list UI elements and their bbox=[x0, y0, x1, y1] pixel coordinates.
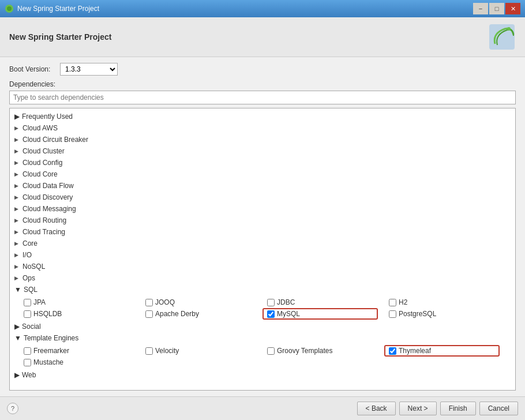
cloud-aws-label: Cloud AWS bbox=[22, 124, 58, 132]
groovy-templates-label: Groovy Templates bbox=[277, 347, 333, 355]
jooq-checkbox[interactable] bbox=[145, 299, 153, 306]
sql-grid: JPA JOOQ JDBC H2 bbox=[10, 295, 515, 321]
web-label: Web bbox=[22, 371, 36, 379]
sidebar-item-cloud-cluster[interactable]: ▶ Cloud Cluster bbox=[10, 145, 515, 157]
jdbc-checkbox[interactable] bbox=[267, 299, 275, 306]
cloud-tracing-arrow: ▶ bbox=[14, 229, 20, 235]
groovy-templates-checkbox[interactable] bbox=[267, 347, 275, 355]
jpa-checkbox[interactable] bbox=[24, 299, 31, 306]
apache-derby-checkbox[interactable] bbox=[145, 310, 153, 318]
velocity-checkbox[interactable] bbox=[145, 347, 153, 355]
hsqldb-checkbox[interactable] bbox=[24, 310, 31, 318]
mysql-checkbox[interactable] bbox=[267, 310, 275, 318]
cloud-core-arrow: ▶ bbox=[14, 171, 20, 177]
io-label: I/O bbox=[22, 251, 32, 259]
app-icon bbox=[5, 4, 14, 13]
sql-label: SQL bbox=[24, 286, 38, 294]
sidebar-item-cloud-routing[interactable]: ▶ Cloud Routing bbox=[10, 215, 515, 226]
web-arrow: ▶ bbox=[14, 371, 20, 379]
jdbc-label: JDBC bbox=[277, 298, 295, 306]
next-button[interactable]: Next > bbox=[399, 402, 437, 415]
thymeleaf-checkbox[interactable] bbox=[389, 347, 396, 355]
boot-version-select[interactable]: 1.3.3 bbox=[60, 63, 118, 76]
postgresql-checkbox[interactable] bbox=[389, 310, 396, 318]
svg-point-1 bbox=[7, 6, 12, 11]
checkbox-apache-derby[interactable]: Apache Derby bbox=[141, 308, 256, 320]
boot-version-row: Boot Version: 1.3.3 bbox=[9, 63, 516, 76]
mustache-checkbox[interactable] bbox=[24, 359, 31, 366]
io-arrow: ▶ bbox=[14, 252, 20, 258]
frequently-used-label: Frequently Used bbox=[22, 112, 73, 121]
cloud-discovery-arrow: ▶ bbox=[14, 194, 20, 200]
search-input[interactable] bbox=[9, 91, 516, 104]
sidebar-item-cloud-messaging[interactable]: ▶ Cloud Messaging bbox=[10, 203, 515, 215]
svg-point-3 bbox=[507, 27, 511, 31]
cloud-aws-arrow: ▶ bbox=[14, 125, 20, 131]
cloud-cluster-label: Cloud Cluster bbox=[22, 147, 65, 155]
nosql-label: NoSQL bbox=[22, 262, 45, 271]
sidebar-item-cloud-aws[interactable]: ▶ Cloud AWS bbox=[10, 122, 515, 134]
checkbox-velocity[interactable]: Velocity bbox=[141, 345, 256, 357]
social-label: Social bbox=[22, 322, 41, 331]
dialog-footer: ? < Back Next > Finish Cancel bbox=[0, 396, 525, 420]
dialog-header: New Spring Starter Project bbox=[0, 17, 525, 57]
frequently-used-arrow: ▶ bbox=[14, 112, 20, 121]
checkbox-jdbc[interactable]: JDBC bbox=[262, 297, 378, 308]
sql-section-header[interactable]: ▼ SQL bbox=[10, 284, 515, 295]
template-section-header[interactable]: ▼ Template Engines bbox=[10, 332, 515, 344]
checkbox-groovy-templates[interactable]: Groovy Templates bbox=[262, 345, 378, 357]
maximize-button[interactable]: □ bbox=[489, 3, 504, 14]
sidebar-item-cloud-data-flow[interactable]: ▶ Cloud Data Flow bbox=[10, 180, 515, 192]
back-button[interactable]: < Back bbox=[357, 402, 396, 415]
mysql-label: MySQL bbox=[277, 310, 300, 318]
footer-left: ? bbox=[7, 403, 18, 414]
sidebar-item-cloud-core[interactable]: ▶ Cloud Core bbox=[10, 168, 515, 180]
hsqldb-label: HSQLDB bbox=[33, 310, 62, 318]
help-button[interactable]: ? bbox=[7, 403, 18, 414]
template-section: ▼ Template Engines Freemarker Velocity bbox=[10, 332, 515, 369]
sidebar-item-cloud-tracing[interactable]: ▶ Cloud Tracing bbox=[10, 226, 515, 238]
close-button[interactable]: ✕ bbox=[505, 3, 520, 14]
cloud-routing-arrow: ▶ bbox=[14, 217, 20, 223]
social-section-header[interactable]: ▶ Social bbox=[10, 321, 515, 332]
svg-rect-2 bbox=[489, 24, 515, 50]
sidebar-item-cloud-circuit-breaker[interactable]: ▶ Cloud Circuit Breaker bbox=[10, 134, 515, 145]
freemarker-checkbox[interactable] bbox=[24, 347, 31, 355]
sidebar-item-io[interactable]: ▶ I/O bbox=[10, 249, 515, 261]
checkbox-hsqldb[interactable]: HSQLDB bbox=[19, 308, 134, 320]
template-label: Template Engines bbox=[24, 334, 78, 342]
checkbox-mysql[interactable]: MySQL bbox=[262, 308, 378, 320]
cloud-data-flow-label: Cloud Data Flow bbox=[22, 182, 74, 190]
checkbox-jooq[interactable]: JOOQ bbox=[141, 297, 256, 308]
core-arrow: ▶ bbox=[14, 241, 20, 246]
cloud-tracing-label: Cloud Tracing bbox=[22, 228, 65, 236]
sidebar-item-core[interactable]: ▶ Core bbox=[10, 238, 515, 249]
minimize-button[interactable]: − bbox=[473, 3, 488, 14]
sidebar-item-cloud-config[interactable]: ▶ Cloud Config bbox=[10, 157, 515, 168]
checkbox-jpa[interactable]: JPA bbox=[19, 297, 134, 308]
h2-checkbox[interactable] bbox=[389, 299, 396, 306]
sidebar-item-ops[interactable]: ▶ Ops bbox=[10, 272, 515, 284]
main-window: New Spring Starter Project − □ ✕ New Spr… bbox=[0, 0, 525, 420]
checkbox-freemarker[interactable]: Freemarker bbox=[19, 345, 134, 357]
cancel-button[interactable]: Cancel bbox=[479, 402, 518, 415]
sidebar-item-nosql[interactable]: ▶ NoSQL bbox=[10, 261, 515, 272]
cloud-circuit-breaker-arrow: ▶ bbox=[14, 137, 20, 142]
web-section-header[interactable]: ▶ Web bbox=[10, 369, 515, 381]
dependencies-label: Dependencies: bbox=[9, 80, 516, 88]
cloud-messaging-arrow: ▶ bbox=[14, 206, 20, 212]
cloud-messaging-label: Cloud Messaging bbox=[22, 205, 76, 213]
help-icon-label: ? bbox=[11, 405, 14, 412]
frequently-used-section[interactable]: ▶ Frequently Used bbox=[10, 111, 515, 122]
template-arrow: ▼ bbox=[14, 334, 21, 342]
checkbox-thymeleaf[interactable]: Thymeleaf bbox=[384, 345, 500, 357]
dependency-tree[interactable]: ▶ Frequently Used ▶ Cloud AWS ▶ Cloud Ci… bbox=[9, 108, 516, 391]
cloud-config-arrow: ▶ bbox=[14, 160, 20, 166]
checkbox-mustache[interactable]: Mustache bbox=[19, 357, 134, 368]
freemarker-label: Freemarker bbox=[33, 347, 69, 355]
checkbox-h2[interactable]: H2 bbox=[384, 297, 500, 308]
finish-button[interactable]: Finish bbox=[440, 402, 476, 415]
cloud-circuit-breaker-label: Cloud Circuit Breaker bbox=[22, 136, 88, 144]
sidebar-item-cloud-discovery[interactable]: ▶ Cloud Discovery bbox=[10, 192, 515, 203]
checkbox-postgresql[interactable]: PostgreSQL bbox=[384, 308, 500, 320]
